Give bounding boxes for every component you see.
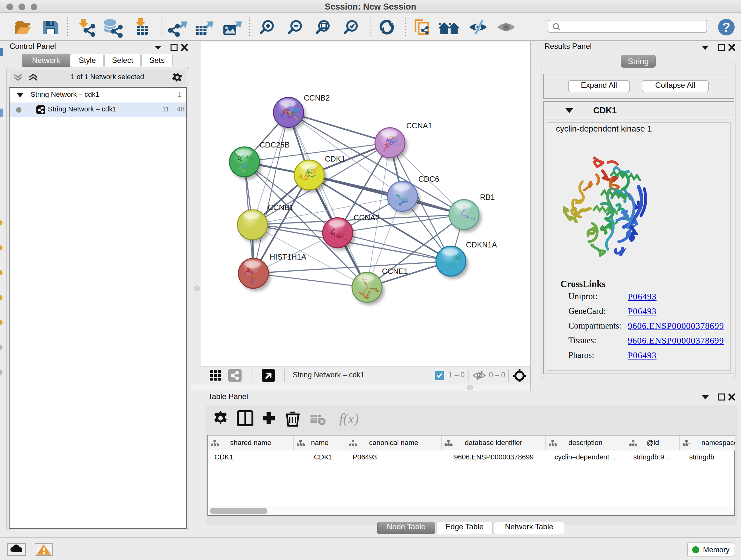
svg-text:CCNA2: CCNA2 <box>354 213 380 222</box>
svg-text:CCNA1: CCNA1 <box>406 121 432 130</box>
svg-text:CCNB1: CCNB1 <box>268 203 293 212</box>
svg-text:CDC25B: CDC25B <box>259 140 290 149</box>
svg-text:CCNE1: CCNE1 <box>382 267 408 275</box>
svg-text:RB1: RB1 <box>480 193 495 201</box>
svg-text:CDKN1A: CDKN1A <box>466 240 497 249</box>
svg-text:CDC6: CDC6 <box>418 175 439 183</box>
svg-text:CDK1: CDK1 <box>325 154 345 163</box>
svg-text:f(x): f(x) <box>339 411 359 427</box>
svg-text:HIST1H1A: HIST1H1A <box>270 253 307 261</box>
svg-text:?: ? <box>723 20 730 34</box>
svg-text:CCNB2: CCNB2 <box>304 94 330 102</box>
